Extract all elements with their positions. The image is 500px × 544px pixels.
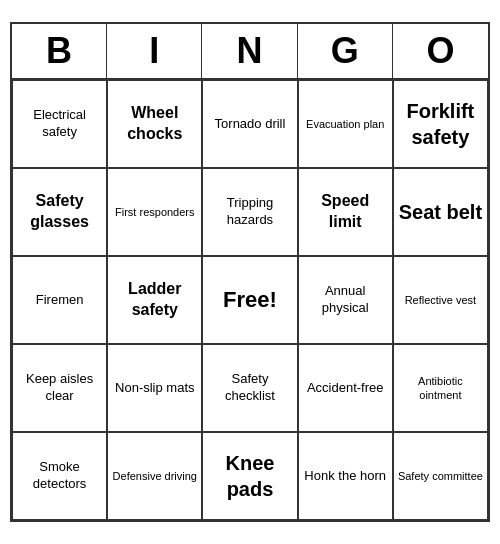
- bingo-cell-19: Antibiotic ointment: [393, 344, 488, 432]
- bingo-cell-9: Seat belt: [393, 168, 488, 256]
- bingo-header: BINGO: [12, 24, 488, 80]
- bingo-cell-0: Electrical safety: [12, 80, 107, 168]
- bingo-letter-B: B: [12, 24, 107, 78]
- bingo-cell-7: Tripping hazards: [202, 168, 297, 256]
- bingo-cell-17: Safety checklist: [202, 344, 297, 432]
- bingo-card: BINGO Electrical safetyWheel chocksTorna…: [10, 22, 490, 522]
- bingo-cell-18: Accident-free: [298, 344, 393, 432]
- bingo-cell-5: Safety glasses: [12, 168, 107, 256]
- bingo-letter-G: G: [298, 24, 393, 78]
- bingo-grid: Electrical safetyWheel chocksTornado dri…: [12, 80, 488, 520]
- bingo-cell-10: Firemen: [12, 256, 107, 344]
- bingo-cell-12: Free!: [202, 256, 297, 344]
- bingo-letter-N: N: [202, 24, 297, 78]
- bingo-cell-22: Knee pads: [202, 432, 297, 520]
- bingo-cell-24: Safety committee: [393, 432, 488, 520]
- bingo-cell-8: Speed limit: [298, 168, 393, 256]
- bingo-cell-1: Wheel chocks: [107, 80, 202, 168]
- bingo-cell-4: Forklift safety: [393, 80, 488, 168]
- bingo-cell-23: Honk the horn: [298, 432, 393, 520]
- bingo-cell-16: Non-slip mats: [107, 344, 202, 432]
- bingo-letter-I: I: [107, 24, 202, 78]
- bingo-cell-11: Ladder safety: [107, 256, 202, 344]
- bingo-cell-2: Tornado drill: [202, 80, 297, 168]
- bingo-letter-O: O: [393, 24, 488, 78]
- bingo-cell-20: Smoke detectors: [12, 432, 107, 520]
- bingo-cell-21: Defensive driving: [107, 432, 202, 520]
- bingo-cell-3: Evacuation plan: [298, 80, 393, 168]
- bingo-cell-15: Keep aisles clear: [12, 344, 107, 432]
- bingo-cell-13: Annual physical: [298, 256, 393, 344]
- bingo-cell-14: Reflective vest: [393, 256, 488, 344]
- bingo-cell-6: First responders: [107, 168, 202, 256]
